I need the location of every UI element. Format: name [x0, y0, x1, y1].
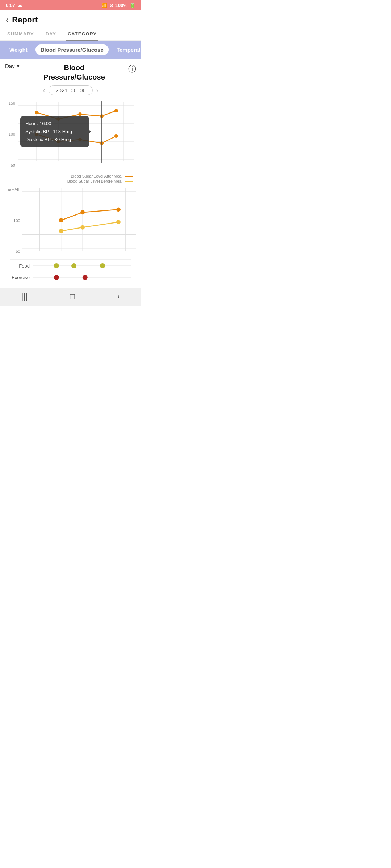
svg-point-33: [80, 225, 85, 230]
svg-point-32: [59, 229, 63, 233]
date-nav: ‹ 2021. 06. 06 ›: [5, 85, 136, 95]
back-button[interactable]: ‹: [6, 15, 8, 25]
chart-title: BloodPressure/Glucose: [20, 63, 128, 82]
bottom-nav: ||| □ ‹: [0, 288, 141, 306]
exercise-row: Exercise: [10, 272, 131, 283]
svg-point-42: [83, 275, 88, 280]
chart-section: Day ▼ BloodPressure/Glucose ⓘ ‹ 2021. 06…: [0, 59, 141, 283]
status-time: 6:07 ☁: [6, 3, 22, 8]
exercise-dots: [33, 272, 131, 283]
date-next-button[interactable]: ›: [96, 86, 98, 94]
dnd-icon: ⊘: [109, 3, 113, 8]
battery-display: 100%: [115, 3, 127, 8]
bp-chart: 150 100 50: [5, 98, 136, 170]
day-selector[interactable]: Day ▼: [5, 63, 20, 69]
svg-point-31: [116, 207, 121, 212]
exercise-dots-svg: [33, 272, 131, 283]
food-dots: [33, 260, 131, 272]
food-label: Food: [10, 263, 33, 269]
svg-point-38: [71, 263, 76, 268]
svg-point-11: [78, 112, 82, 116]
svg-point-14: [35, 132, 38, 136]
cloud-icon: ☁: [17, 3, 22, 8]
tab-summary[interactable]: SUMMARY: [6, 27, 35, 41]
battery-icon: 🔋: [130, 3, 135, 8]
bp-y-100: 100: [7, 132, 15, 136]
glucose-svg: [22, 184, 136, 256]
legend-after-meal-line: [125, 176, 133, 177]
svg-point-10: [56, 117, 60, 121]
svg-point-37: [54, 263, 59, 268]
svg-point-16: [78, 138, 82, 141]
bp-svg: [17, 98, 136, 170]
legend-after-meal: Blood Sugar Level After Meal: [71, 174, 133, 178]
status-right: 📶 ⊘ 100% 🔋: [101, 3, 135, 8]
day-label: Day: [5, 63, 15, 69]
glucose-chart: mm/dL 100 50: [5, 184, 136, 256]
time-display: 6:07: [6, 3, 15, 8]
glucose-y-100: 100: [7, 218, 20, 223]
cat-blood-pressure[interactable]: Blood Pressure/Glucose: [35, 44, 109, 55]
svg-point-9: [35, 111, 38, 114]
bp-y-50: 50: [7, 163, 15, 167]
svg-point-41: [54, 275, 59, 280]
nav-menu-button[interactable]: |||: [21, 292, 28, 301]
food-row: Food: [10, 260, 131, 272]
svg-point-18: [114, 134, 118, 138]
info-icon[interactable]: ⓘ: [128, 64, 136, 75]
category-bar: Weight Blood Pressure/Glucose Temperatur…: [0, 41, 141, 59]
svg-point-34: [116, 220, 121, 224]
legend-before-meal: Blood Sugar Level Before Meal: [67, 179, 133, 183]
page-title: Report: [12, 15, 38, 25]
svg-point-39: [100, 263, 105, 268]
tab-category[interactable]: CATEGORY: [66, 27, 98, 41]
legend-after-meal-label: Blood Sugar Level After Meal: [71, 174, 122, 178]
svg-point-30: [80, 210, 85, 214]
svg-point-15: [56, 140, 60, 143]
glucose-y-50: 50: [7, 249, 20, 254]
legend-before-meal-label: Blood Sugar Level Before Meal: [67, 179, 122, 183]
header: ‹ Report: [0, 10, 141, 27]
day-dropdown-arrow: ▼: [16, 64, 20, 68]
chart-header: Day ▼ BloodPressure/Glucose ⓘ: [5, 63, 136, 82]
nav-back-button[interactable]: ‹: [117, 292, 120, 301]
exercise-label: Exercise: [10, 275, 33, 280]
nav-home-button[interactable]: □: [70, 292, 75, 301]
tab-day[interactable]: DAY: [44, 27, 58, 41]
food-dots-svg: [33, 260, 131, 272]
legend-before-meal-line: [125, 181, 133, 182]
svg-point-29: [59, 218, 63, 222]
cat-weight[interactable]: Weight: [4, 44, 33, 55]
glucose-unit: mm/dL: [7, 188, 20, 192]
date-prev-button[interactable]: ‹: [43, 86, 45, 94]
cat-temperature[interactable]: Temperature: [112, 44, 141, 55]
glucose-legend: Blood Sugar Level After Meal Blood Sugar…: [5, 173, 136, 184]
food-exercise-section: Food Exercise: [5, 259, 136, 283]
svg-point-13: [114, 109, 118, 112]
status-bar: 6:07 ☁ 📶 ⊘ 100% 🔋: [0, 0, 141, 10]
wifi-icon: 📶: [101, 3, 107, 8]
date-display: 2021. 06. 06: [49, 85, 92, 95]
bp-y-150: 150: [7, 101, 15, 105]
tab-bar: SUMMARY DAY CATEGORY: [0, 27, 141, 41]
